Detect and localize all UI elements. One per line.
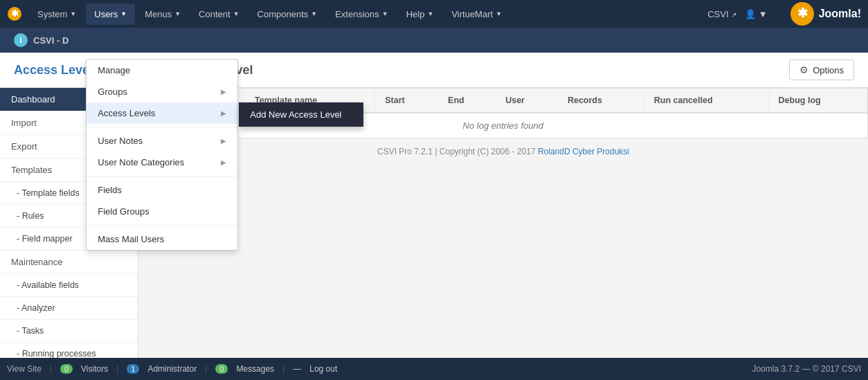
sidebar-item-maintenance[interactable]: Maintenance — [0, 251, 138, 274]
visitors-label: Visitors — [81, 364, 108, 374]
menu-item-field-groups[interactable]: Field Groups — [87, 201, 237, 222]
joomla-version: Joomla 3.7.2 — © 2017 CSVI — [752, 364, 861, 374]
user-icon[interactable]: 👤 ▼ — [745, 9, 767, 19]
users-dropdown-menu: Manage Groups ▶ Access Levels ▶ Add New … — [86, 59, 238, 251]
nav-item-components[interactable]: Components ▼ — [249, 3, 326, 25]
col-records: Records — [557, 89, 644, 113]
sidebar-item-available-fields[interactable]: - Available fields — [0, 274, 138, 297]
users-caret-icon: ▼ — [120, 10, 127, 17]
footer-sep-2: | — [116, 364, 118, 374]
options-button[interactable]: ⚙ Options — [789, 60, 854, 80]
nav-item-virtuemart[interactable]: VirtueMart ▼ — [443, 3, 510, 25]
nav-item-extensions[interactable]: Extensions ▼ — [327, 3, 397, 25]
menu-item-manage[interactable]: Manage — [87, 60, 237, 81]
sidebar-item-analyzer[interactable]: - Analyzer — [0, 297, 138, 320]
csvi-link[interactable]: CSVI ↗ — [707, 9, 736, 19]
csvi-app-name: CSVI - D — [33, 35, 69, 46]
menu-item-access-levels[interactable]: Access Levels ▶ Add New Access Level — [87, 102, 237, 124]
menu-item-mass-mail-users[interactable]: Mass Mail Users — [87, 228, 237, 250]
top-navbar: ✱ System ▼ Users ▼ Manage Groups ▶ — [0, 0, 868, 28]
svg-text:✱: ✱ — [11, 8, 19, 19]
groups-arrow-icon: ▶ — [221, 88, 226, 96]
nav-item-users[interactable]: Users ▼ Manage Groups ▶ Access Levels ▶ — [86, 3, 135, 25]
svg-text:✱: ✱ — [797, 6, 807, 20]
footer-sep-3: | — [205, 364, 207, 374]
sidebar-item-tasks[interactable]: - Tasks — [0, 320, 138, 343]
content-caret-icon: ▼ — [233, 10, 239, 17]
virtuemart-caret-icon: ▼ — [496, 10, 502, 17]
admin-badge: 1 — [127, 364, 139, 374]
menu-divider-2 — [87, 176, 237, 177]
user-note-categories-arrow-icon: ▶ — [221, 159, 226, 166]
csvi-info-bar: i CSVI - D — [0, 28, 868, 53]
user-notes-arrow-icon: ▶ — [221, 137, 226, 145]
external-link-icon: ↗ — [731, 11, 736, 19]
submenu-item-add-new-access-level[interactable]: Add New Access Level — [239, 102, 363, 127]
menu-divider-3 — [87, 225, 237, 226]
navbar-right: CSVI ↗ 👤 ▼ ✱ Joomla! — [707, 1, 861, 26]
footer-sep-1: | — [50, 364, 52, 374]
content-footer-link[interactable]: RolandD Cyber Produksi — [538, 147, 629, 156]
view-site-link[interactable]: View Site — [7, 364, 42, 374]
col-start: Start — [375, 89, 438, 113]
access-levels-arrow-icon: ▶ — [221, 109, 226, 117]
logout-link[interactable]: Log out — [309, 364, 337, 374]
content-area: Action type Template name Start End User… — [138, 88, 868, 380]
access-levels-submenu: Add New Access Level — [239, 102, 363, 127]
extensions-caret-icon: ▼ — [382, 10, 388, 17]
logout-icon: — — [293, 364, 301, 374]
nav-item-content[interactable]: Content ▼ — [190, 3, 247, 25]
gear-icon: ⚙ — [799, 64, 808, 75]
info-icon: i — [14, 33, 28, 47]
nav-items: System ▼ Users ▼ Manage Groups ▶ Access — [29, 3, 707, 25]
visitors-badge: 0 — [60, 364, 73, 374]
menus-caret-icon: ▼ — [174, 10, 181, 17]
joomla-logo-svg: ✱ — [790, 1, 815, 26]
nav-item-system[interactable]: System ▼ — [29, 3, 84, 25]
nav-item-help[interactable]: Help ▼ — [398, 3, 442, 25]
joomla-mini-icon: ✱ — [7, 6, 22, 21]
page-header-right: ⚙ Options — [789, 60, 854, 80]
menu-item-user-note-categories[interactable]: User Note Categories ▶ — [87, 152, 237, 173]
joomla-logo: ✱ Joomla! — [790, 1, 861, 26]
col-end: End — [438, 89, 496, 113]
messages-label: Messages — [236, 364, 274, 374]
menu-item-user-notes[interactable]: User Notes ▶ — [87, 130, 237, 152]
menu-divider-1 — [87, 127, 237, 127]
content-footer: CSVI Pro 7.2.1 | Copyright (C) 2006 - 20… — [138, 138, 868, 165]
footer-bar: View Site | 0 Visitors | 1 Administrator… — [0, 358, 868, 380]
nav-item-menus[interactable]: Menus ▼ — [136, 3, 189, 25]
brand: ✱ — [7, 6, 22, 21]
help-caret-icon: ▼ — [427, 10, 433, 17]
menu-item-fields[interactable]: Fields — [87, 179, 237, 201]
components-caret-icon: ▼ — [311, 10, 317, 17]
menu-item-groups[interactable]: Groups ▶ — [87, 81, 237, 102]
col-debug-log: Debug log — [768, 89, 867, 113]
col-user: User — [496, 89, 558, 113]
caret-icon: ▼ — [70, 10, 76, 17]
col-run-cancelled: Run cancelled — [644, 89, 768, 113]
joomla-text: Joomla! — [819, 8, 861, 20]
footer-sep-4: | — [282, 364, 284, 374]
admin-label: Administrator — [147, 364, 197, 374]
messages-badge: 0 — [215, 364, 228, 374]
